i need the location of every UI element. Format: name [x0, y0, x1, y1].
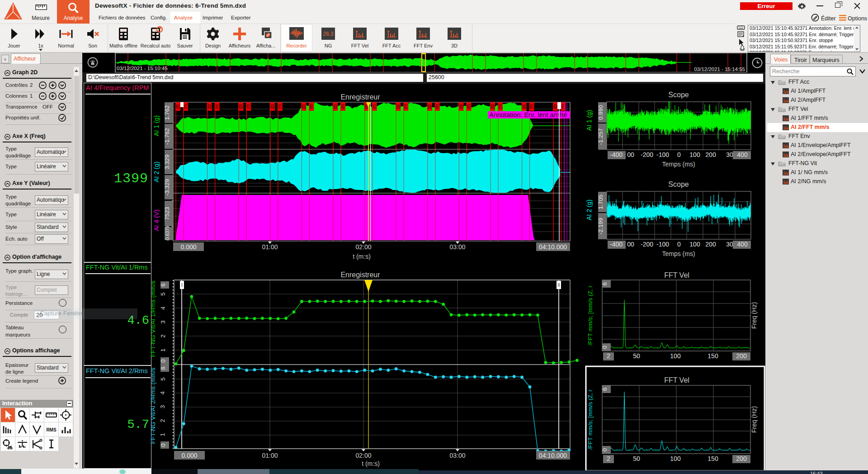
svg-text:1: 1 — [160, 348, 166, 351]
svg-text:FFT-NG Vit/AI 1/Rms (mm/s: FFT-NG Vit/AI 1/Rms (mm/s — [150, 281, 156, 357]
svg-text:E: E — [215, 103, 219, 110]
svg-text:50: 50 — [633, 455, 640, 462]
svg-text:100: 100 — [689, 241, 700, 248]
svg-text:E: E — [435, 103, 439, 110]
svg-text:Scope: Scope — [668, 91, 689, 99]
svg-text:200: 200 — [705, 241, 716, 248]
svg-text:/FFT mm/s; [mm/s (Z, r: /FFT mm/s; [mm/s (Z, r — [587, 389, 594, 450]
svg-text:400: 400 — [737, 241, 748, 248]
svg-text:B: B — [176, 103, 180, 110]
svg-text:0: 0 — [601, 346, 608, 349]
svg-text:-2.199: -2.199 — [597, 218, 604, 235]
svg-text:-200: -200 — [641, 241, 653, 248]
svg-text:AI 4 (V): AI 4 (V) — [153, 209, 160, 231]
svg-text:400: 400 — [737, 151, 748, 158]
svg-text:00: 00 — [627, 241, 634, 248]
svg-text:3: 3 — [160, 320, 166, 323]
svg-text:B: B — [396, 103, 400, 110]
svg-text:Freq (Hz): Freq (Hz) — [750, 406, 758, 433]
svg-text:4: 4 — [160, 306, 166, 309]
svg-text:3.329: 3.329 — [164, 155, 170, 170]
svg-text:6: 6 — [160, 366, 166, 370]
svg-text:100: 100 — [670, 352, 681, 360]
svg-text:04:10.000: 04:10.000 — [539, 243, 567, 251]
svg-text:100: 100 — [670, 455, 681, 462]
svg-text:Freq (Hz): Freq (Hz) — [750, 302, 758, 329]
svg-text:150: 150 — [708, 455, 718, 462]
svg-text:200: 200 — [736, 352, 747, 360]
svg-text:-100: -100 — [656, 241, 669, 248]
svg-text:5: 5 — [160, 292, 166, 295]
svg-text:FFT Vel: FFT Vel — [664, 376, 689, 384]
svg-text:0: 0 — [601, 448, 608, 451]
svg-text:03:00: 03:00 — [449, 243, 465, 251]
svg-text:0.990: 0.990 — [597, 105, 604, 120]
svg-text:03:00: 03:00 — [449, 452, 465, 459]
svg-text:E: E — [278, 103, 282, 110]
svg-text:0.000: 0.000 — [180, 243, 196, 251]
svg-text:-100: -100 — [656, 151, 669, 158]
svg-text:-1.762: -1.762 — [164, 128, 170, 145]
svg-text:04:10.000: 04:10.000 — [539, 452, 567, 459]
svg-text:2: 2 — [160, 334, 166, 337]
svg-text:B: B — [302, 103, 306, 110]
svg-text:0: 0 — [677, 151, 681, 158]
svg-text:E: E — [184, 103, 188, 110]
svg-text:6: 6 — [160, 283, 166, 286]
svg-text:0.000: 0.000 — [181, 452, 197, 459]
svg-text:50: 50 — [633, 352, 640, 360]
svg-text:AI 2 (g): AI 2 (g) — [585, 199, 593, 220]
svg-text:1.762: 1.762 — [164, 105, 170, 120]
svg-text:-1.257: -1.257 — [597, 128, 604, 145]
svg-text:Enregistreur: Enregistreur — [340, 93, 380, 101]
svg-text:E: E — [246, 103, 250, 110]
svg-text:E: E — [373, 103, 377, 110]
svg-text:4: 4 — [160, 391, 166, 394]
svg-text:1.705: 1.705 — [597, 194, 604, 209]
svg-text:Temps (ms): Temps (ms) — [662, 161, 695, 168]
svg-text:0: 0 — [160, 359, 166, 362]
svg-text:-0.6379: -0.6379 — [165, 226, 170, 241]
svg-text:30: 30 — [726, 151, 733, 158]
svg-text:E: E — [404, 103, 408, 110]
svg-text:E: E — [561, 103, 565, 110]
svg-text:E: E — [310, 103, 314, 110]
svg-text:01:00: 01:00 — [262, 452, 278, 459]
svg-text:200: 200 — [736, 455, 747, 462]
svg-text:6: 6 — [601, 388, 608, 391]
svg-text:AI 2 (g): AI 2 (g) — [153, 161, 160, 182]
svg-text:I: I — [181, 282, 183, 288]
svg-text:B: B — [522, 103, 526, 110]
svg-text:B: B — [239, 103, 243, 110]
svg-text:3: 3 — [160, 405, 166, 408]
svg-text:2: 2 — [160, 419, 166, 422]
svg-text:01:00: 01:00 — [262, 243, 278, 251]
svg-text:B: B — [428, 103, 432, 110]
svg-text:7523: 7523 — [164, 207, 170, 220]
svg-text:AI 1 (g): AI 1 (g) — [153, 115, 160, 136]
svg-text:150: 150 — [708, 352, 718, 360]
svg-text:200: 200 — [705, 151, 716, 158]
svg-text:1: 1 — [160, 433, 166, 436]
svg-text:t (m:s): t (m:s) — [362, 460, 380, 467]
svg-text:B: B — [553, 103, 557, 110]
svg-text:B: B — [270, 103, 274, 110]
svg-text:E: E — [530, 103, 534, 110]
svg-text:B: B — [207, 103, 211, 110]
svg-text:B: B — [491, 103, 495, 110]
svg-text:-200: -200 — [641, 151, 653, 158]
svg-text:B: B — [333, 103, 337, 110]
svg-text:FFT Vel: FFT Vel — [664, 271, 689, 279]
svg-text:E: E — [341, 103, 345, 110]
svg-text:Enregistreur: Enregistreur — [340, 271, 380, 279]
svg-text:-400: -400 — [610, 151, 623, 158]
svg-text:FFT-NG Vit/AI 2/Rms (mm/s: FFT-NG Vit/AI 2/Rms (mm/s — [150, 368, 156, 444]
svg-text:00: 00 — [627, 151, 634, 158]
svg-text:30: 30 — [726, 241, 733, 248]
svg-text:Temps (ms): Temps (ms) — [662, 250, 695, 257]
svg-text:2: 2 — [607, 455, 610, 462]
svg-text:II: II — [557, 283, 560, 288]
svg-text:-3.329: -3.329 — [164, 179, 170, 196]
svg-text:-400: -400 — [610, 241, 623, 248]
svg-text:2: 2 — [607, 352, 610, 360]
